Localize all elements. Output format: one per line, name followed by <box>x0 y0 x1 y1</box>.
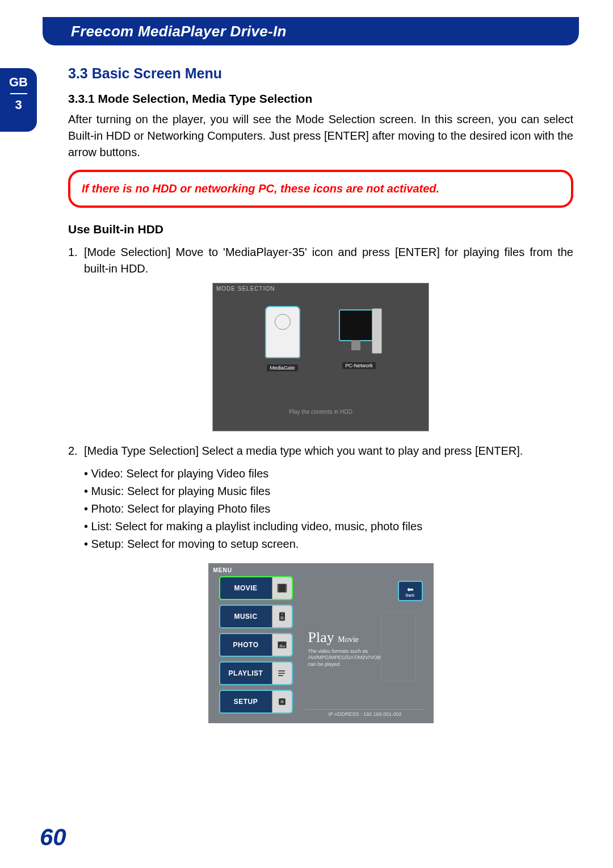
screen2-play-area: Play Movie The video formats such as AVI… <box>308 629 425 668</box>
bullet-setup: Setup: Select for moving to setup screen… <box>84 535 573 553</box>
menu-movie-label: MOVIE <box>220 584 272 592</box>
screen1-icons-row: MediaGate PC-Network <box>213 306 429 372</box>
mediagate-icon <box>265 306 300 358</box>
side-tab-divider <box>10 93 27 94</box>
svg-rect-10 <box>278 675 283 676</box>
play-desc: The video formats such as AVI/MPG/MPEG/D… <box>308 648 425 668</box>
svg-point-4 <box>280 616 284 620</box>
step-1: 1. [Mode Selection] Move to 'MediaPlayer… <box>68 244 573 277</box>
screen2-menu-label: MENU <box>213 567 232 573</box>
svg-point-5 <box>281 613 283 615</box>
bullet-photo: Photo: Select for playing Photo files <box>84 500 573 518</box>
header-title: Freecom MediaPlayer Drive-In <box>71 23 287 40</box>
menu-music-label: MUSIC <box>220 613 272 620</box>
section-heading: 3.3 Basic Screen Menu <box>68 65 573 82</box>
warning-text: If there is no HDD or networking PC, the… <box>82 182 439 195</box>
back-label: Back <box>406 593 415 597</box>
svg-rect-9 <box>278 673 285 674</box>
use-hdd-heading: Use Built-in HDD <box>68 223 573 236</box>
svg-rect-12 <box>280 701 283 703</box>
menu-playlist-button: PLAYLIST <box>219 661 293 685</box>
step-2-text: [Media Type Selection] Select a media ty… <box>84 443 573 459</box>
menu-setup-button: SETUP <box>219 690 293 714</box>
pc-network-icon <box>337 306 382 356</box>
warning-box: If there is no HDD or networking PC, the… <box>68 170 573 208</box>
list-icon <box>272 662 292 684</box>
pc-network-option: PC-Network <box>337 306 382 372</box>
play-small: Movie <box>338 635 359 644</box>
svg-rect-8 <box>278 670 285 672</box>
bullet-list-item: List: Select for making a playlist inclu… <box>84 518 573 535</box>
intro-paragraph: After turning on the player, you will se… <box>68 111 573 161</box>
step-number: 2. <box>68 443 84 459</box>
screen1-title: MODE SELECTION <box>216 286 275 292</box>
mediagate-label: MediaGate <box>267 364 297 371</box>
pc-network-label: PC-Network <box>342 362 376 369</box>
play-title: Play Movie <box>308 629 425 646</box>
page-number: 60 <box>40 824 66 851</box>
film-icon <box>272 577 292 599</box>
menu-photo-label: PHOTO <box>220 641 272 649</box>
screen2-menu-column: MOVIE MUSIC PHOTO PLAYLIST SETUP <box>219 576 293 718</box>
side-tab: GB 3 <box>0 68 37 132</box>
content-area: 3.3 Basic Screen Menu 3.3.1 Mode Selecti… <box>68 65 573 723</box>
menu-playlist-label: PLAYLIST <box>220 669 272 677</box>
menu-movie-button: MOVIE <box>219 576 293 600</box>
step-1-text: [Mode Selection] Move to 'MediaPlayer-35… <box>84 244 573 277</box>
svg-rect-0 <box>278 584 285 593</box>
play-big: Play <box>308 629 334 645</box>
ip-address-bar: IP ADDRESS : 192.168.001.002 <box>305 709 425 717</box>
gear-icon <box>272 691 292 712</box>
menu-photo-button: PHOTO <box>219 633 293 657</box>
side-tab-lang: GB <box>0 75 37 90</box>
subsection-heading: 3.3.1 Mode Selection, Media Type Selecti… <box>68 92 573 106</box>
menu-setup-label: SETUP <box>220 698 272 706</box>
svg-rect-2 <box>285 584 287 593</box>
step-number: 1. <box>68 244 84 277</box>
bullet-video: Video: Select for playing Video files <box>84 465 573 483</box>
menu-music-button: MUSIC <box>219 605 293 628</box>
side-tab-chapter: 3 <box>0 98 37 112</box>
step-2: 2. [Media Type Selection] Select a media… <box>68 443 573 459</box>
header-bar: Freecom MediaPlayer Drive-In <box>43 17 579 45</box>
mode-selection-screenshot: MODE SELECTION MediaGate PC-Network Play… <box>212 283 429 431</box>
back-arrow-icon: ⬅ <box>407 585 414 593</box>
bullet-music: Music: Select for playing Music files <box>84 483 573 500</box>
bullet-list: Video: Select for playing Video files Mu… <box>84 465 573 553</box>
media-type-screenshot: MENU MOVIE MUSIC PHOTO PLAYLIST SETUP <box>208 563 434 723</box>
image-icon <box>272 634 292 656</box>
back-button: ⬅ Back <box>398 581 423 601</box>
screen1-footer: Play the contents in HDD <box>213 409 429 415</box>
speaker-icon <box>272 606 292 627</box>
mediagate-option: MediaGate <box>260 306 305 372</box>
svg-rect-1 <box>277 584 279 593</box>
